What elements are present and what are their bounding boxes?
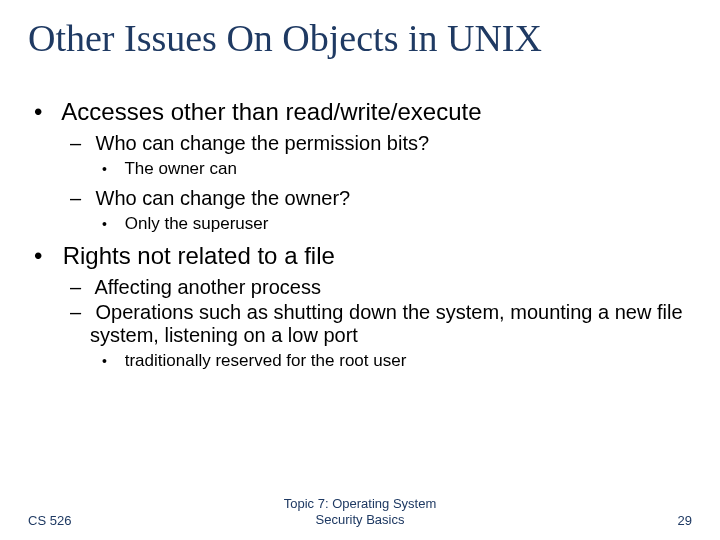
bullet-lvl2: Who can change the owner? Only the super… [90,187,692,234]
bullet-text: Accesses other than read/write/execute [61,98,481,125]
bullet-text: traditionally reserved for the root user [125,351,407,370]
footer-topic: Topic 7: Operating System Security Basic… [108,496,612,529]
slide-footer: CS 526 Topic 7: Operating System Securit… [0,496,720,529]
slide-title: Other Issues On Objects in UNIX [28,18,692,60]
bullet-sublist: Who can change the permission bits? The … [56,132,692,234]
bullet-text: Rights not related to a file [63,242,335,269]
bullet-text: Only the superuser [125,214,269,233]
footer-course: CS 526 [28,513,108,528]
bullet-sublist: Only the superuser [90,214,692,234]
footer-topic-line2: Security Basics [316,512,405,527]
bullet-lvl1: Rights not related to a file Affecting a… [56,242,692,371]
bullet-lvl1: Accesses other than read/write/execute W… [56,98,692,234]
bullet-sublist: The owner can [90,159,692,179]
bullet-lvl2: Operations such as shutting down the sys… [90,301,692,371]
footer-page-number: 29 [612,513,692,528]
slide: Other Issues On Objects in UNIX Accesses… [0,0,720,540]
bullet-lvl3: Only the superuser [120,214,692,234]
bullet-lvl2: Who can change the permission bits? The … [90,132,692,179]
bullet-lvl3: The owner can [120,159,692,179]
bullet-text: Who can change the permission bits? [96,132,430,154]
bullet-text: Affecting another process [94,276,320,298]
bullet-list: Accesses other than read/write/execute W… [28,98,692,371]
bullet-text: Operations such as shutting down the sys… [90,301,683,346]
bullet-text: The owner can [124,159,236,178]
bullet-lvl3: traditionally reserved for the root user [120,351,692,371]
bullet-lvl2: Affecting another process [90,276,692,299]
bullet-sublist: traditionally reserved for the root user [90,351,692,371]
bullet-text: Who can change the owner? [96,187,351,209]
footer-topic-line1: Topic 7: Operating System [284,496,436,511]
bullet-sublist: Affecting another process Operations suc… [56,276,692,371]
